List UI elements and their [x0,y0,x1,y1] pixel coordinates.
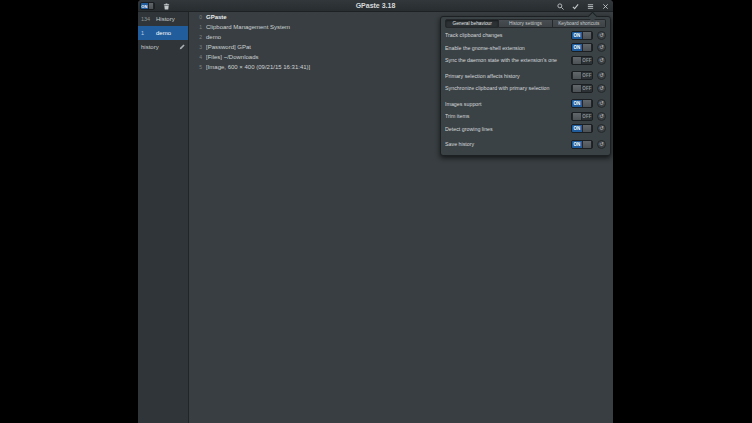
settings-group: Save history ON ↺ [441,138,610,151]
settings-group: Primary selection affects history OFF ↺ … [441,70,610,95]
setting-row: Images support ON ↺ [445,98,606,111]
switch-knob [582,141,592,148]
setting-switch[interactable]: ON [571,140,593,149]
menu-icon [587,3,594,10]
reset-setting-button[interactable]: ↺ [597,99,606,108]
setting-label: Synchronize clipboard with primary selec… [445,85,567,91]
checkmark-icon [572,3,579,10]
reset-setting-button[interactable]: ↺ [597,84,606,93]
search-button[interactable] [556,2,565,11]
setting-switch[interactable]: ON [571,31,593,40]
reset-setting-button[interactable]: ↺ [597,124,606,133]
setting-label: Primary selection affects history [445,73,567,79]
reset-icon: ↺ [599,100,604,107]
item-text: [Password] GPat [206,44,251,50]
item-text: [Files] ~/Downloads [206,54,259,60]
setting-label: Track clipboard changes [445,32,567,38]
setting-row: Sync the daemon state with the extension… [445,54,606,67]
close-icon [602,3,609,10]
setting-switch[interactable]: ON [571,43,593,52]
window-title: GPaste 3.18 [138,0,613,12]
switch-knob [582,44,592,51]
tab-keyboard-shortcuts[interactable]: Keyboard shortcuts [553,19,606,28]
reset-icon: ↺ [599,32,604,39]
item-text: [Image, 600 × 400 (09/21/15 16:31:41)] [206,64,310,70]
setting-label: Save history [445,141,567,147]
setting-label: Enable the gnome-shell extension [445,45,567,51]
switch-knob [582,32,592,39]
reset-setting-button[interactable]: ↺ [597,71,606,80]
header-bar: ON GPaste 3.18 [138,0,613,12]
history-name: demo [156,30,171,36]
histories-sidebar: 134 History 1 demo history [138,12,189,423]
reset-setting-button[interactable]: ↺ [597,112,606,121]
select-items-button[interactable] [571,2,580,11]
setting-switch[interactable]: OFF [571,71,593,80]
item-index: 4 [198,54,202,60]
reset-icon: ↺ [599,141,604,148]
settings-tabs: General behaviour History settings Keybo… [445,19,606,28]
settings-group: Track clipboard changes ON ↺ Enable the … [441,29,610,67]
setting-row: Detect growing lines ON ↺ [445,123,606,136]
switch-knob [572,57,582,64]
setting-row: Enable the gnome-shell extension ON ↺ [445,42,606,55]
switch-knob [582,100,592,107]
switch-knob [572,72,582,79]
switch-knob [572,113,582,120]
item-index: 5 [198,64,202,70]
setting-switch[interactable]: OFF [571,84,593,93]
reset-setting-button[interactable]: ↺ [597,56,606,65]
reset-icon: ↺ [599,57,604,64]
close-button[interactable] [601,2,610,11]
reset-icon: ↺ [599,125,604,132]
setting-row: Save history ON ↺ [445,138,606,151]
search-icon [557,3,564,10]
history-name: History [156,16,175,22]
item-text: GPaste [206,14,227,20]
setting-switch[interactable]: OFF [571,112,593,121]
reset-icon: ↺ [599,85,604,92]
tab-general-behaviour[interactable]: General behaviour [445,19,499,28]
reset-setting-button[interactable]: ↺ [597,31,606,40]
reset-setting-button[interactable]: ↺ [597,140,606,149]
new-history-entry[interactable]: history [138,40,188,54]
sidebar-item-history[interactable]: 134 History [138,12,188,26]
settings-group: Images support ON ↺ Trim items OFF ↺ Det… [441,98,610,136]
setting-row: Synchronize clipboard with primary selec… [445,82,606,95]
setting-label: Sync the daemon state with the extension… [445,57,567,63]
new-history-text: history [141,44,159,50]
item-text: Clipboard Management System [206,24,290,30]
history-count-badge: 1 [141,30,152,36]
gpaste-window: ON GPaste 3.18 [138,0,613,423]
switch-knob [572,85,582,92]
setting-switch[interactable]: OFF [571,56,593,65]
reset-icon: ↺ [599,72,604,79]
reset-setting-button[interactable]: ↺ [597,43,606,52]
setting-switch[interactable]: ON [571,124,593,133]
item-index: 2 [198,34,202,40]
item-index: 3 [198,44,202,50]
item-index: 0 [198,14,202,20]
item-text: demo [206,34,221,40]
reset-icon: ↺ [599,44,604,51]
setting-row: Primary selection affects history OFF ↺ [445,70,606,83]
sidebar-item-demo[interactable]: 1 demo [138,26,188,40]
item-index: 1 [198,24,202,30]
settings-popover: General behaviour History settings Keybo… [440,16,611,156]
reset-icon: ↺ [599,113,604,120]
switch-knob [582,125,592,132]
setting-switch[interactable]: ON [571,99,593,108]
setting-row: Track clipboard changes ON ↺ [445,29,606,42]
history-count-badge: 134 [141,16,152,22]
pencil-icon[interactable] [179,44,185,51]
setting-label: Trim items [445,113,567,119]
menu-button[interactable] [586,2,595,11]
setting-label: Images support [445,101,567,107]
setting-label: Detect growing lines [445,126,567,132]
setting-row: Trim items OFF ↺ [445,110,606,123]
tab-history-settings[interactable]: History settings [499,19,552,28]
